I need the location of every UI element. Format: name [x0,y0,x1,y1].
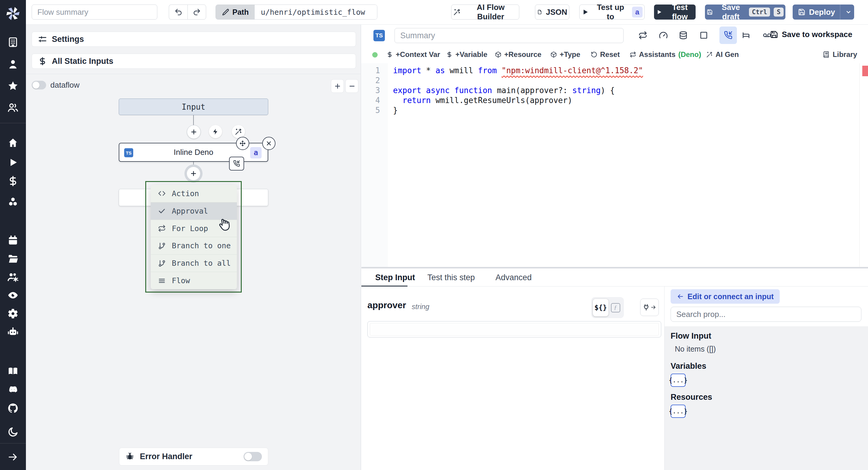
package-icon [495,51,501,58]
zoom-in-button[interactable] [331,79,344,93]
plus-icon [190,170,197,177]
sidebar-item-folders[interactable] [7,253,19,264]
menu-item-flow[interactable]: Flow [151,272,237,289]
test-up-to-step-badge: a [632,7,643,18]
toolbar-aigen-button[interactable]: AI Gen [706,46,739,63]
insert-step-menu: ActionApprovalFor LoopBranch to oneBranc… [151,185,237,289]
retries-button[interactable] [638,31,647,40]
fn-mode-button[interactable]: ƒ [609,303,622,312]
chevron-down-icon[interactable] [845,8,852,15]
sidebar-item-workers[interactable] [7,272,19,283]
path-button[interactable]: Path [216,5,255,19]
step-summary-input[interactable] [395,28,624,43]
save-to-workspace-button[interactable]: Save to workspace [770,30,852,39]
add-trigger-button[interactable] [209,125,222,138]
ai-suggest-button[interactable] [232,125,245,138]
edit-or-connect-button[interactable]: Edit or connect an input [671,289,780,304]
undo-redo-group [169,4,206,20]
tab-step-input[interactable]: Step Input [375,269,415,286]
toolbar-resource-button[interactable]: +Resource [495,46,541,63]
json-button[interactable]: JSON [535,4,569,20]
sidebar-item-docs[interactable] [7,366,19,377]
deploy-label: Deploy [809,7,835,17]
flow-summary-input[interactable] [32,4,157,20]
code-line[interactable]: 1import * as wmill from "npm:windmill-cl… [361,66,868,75]
sidebar-item-groups[interactable] [7,102,19,113]
sidebar-item-home[interactable] [7,137,19,149]
early-stop-button[interactable] [659,31,668,40]
all-static-inputs-button[interactable]: All Static Inputs [32,54,356,69]
resources-expand-chip[interactable]: {...} [671,405,686,418]
insert-step-button-active[interactable] [187,167,200,180]
toolbar-contextvar-button[interactable]: +Context Var [386,46,440,63]
menu-item-branch-to-all[interactable]: Branch to all [151,255,237,272]
code-line[interactable]: 4 return wmill.getResumeUrls(approver) [361,95,868,105]
tab-test-this-step[interactable]: Test this step [427,269,475,286]
sidebar-item-audit-logs[interactable] [7,289,19,301]
save-draft-button[interactable]: Save draft Ctrl S [705,4,785,20]
topbar: Path u/henri/optimistic_flow AI Flow Bui… [26,0,868,25]
typescript-badge: TS [373,30,385,41]
sidebar-item-workspace[interactable] [7,36,19,48]
sidebar-item-resources[interactable] [7,196,19,207]
wand-icon [235,128,242,135]
expr-mode-button[interactable]: ${} [593,299,609,316]
path-value[interactable]: u/henri/optimistic_flow [255,5,377,19]
sleep-button[interactable] [741,31,750,40]
sidebar-item-discord[interactable] [7,384,19,395]
sidebar-item-favorites[interactable] [7,80,19,92]
sidebar-item-schedules[interactable] [7,235,19,246]
toolbar-type-button[interactable]: +Type [550,46,580,63]
arrow-left-icon [677,293,684,300]
approver-input[interactable] [370,323,659,336]
ai-flow-builder-button[interactable]: AI Flow Builder [451,4,519,20]
code-line[interactable]: 2 [361,75,868,86]
typescript-badge: TS [124,148,133,157]
dataflow-toggle[interactable] [32,81,46,90]
sidebar-item-runs[interactable] [7,157,19,168]
suspend-approval-button[interactable] [719,27,737,44]
insert-step-button[interactable] [187,125,201,139]
sidebar-item-ai[interactable] [7,326,19,338]
suspend-badge[interactable] [229,157,244,170]
concurrency-button[interactable] [699,31,708,40]
test-up-to-label: Test up to [592,3,628,21]
search-prop-input[interactable] [671,307,861,322]
cache-button[interactable] [679,31,688,40]
toolbar-assistants-button[interactable]: Assistants(Deno) [629,46,701,63]
test-up-to-button[interactable]: Test up to a [579,4,645,20]
menu-item-action[interactable]: Action [151,185,237,202]
code-line[interactable]: 3export async function main(approver?: s… [361,86,868,95]
input-node[interactable]: Input [119,98,268,115]
error-handler-toggle[interactable] [244,452,262,461]
library-button[interactable]: Library [823,46,857,63]
code-line[interactable]: 5} [361,105,868,115]
menu-item-branch-to-one[interactable]: Branch to one [151,237,237,255]
code-editor[interactable]: 1import * as wmill from "npm:windmill-cl… [361,63,868,267]
toolbar-variable-button[interactable]: +Variable [446,46,487,63]
editor-header: TS Save to workspace [361,24,868,46]
move-node-button[interactable] [236,137,249,150]
deploy-button[interactable]: Deploy [793,4,854,20]
sidebar-item-instance-settings[interactable] [7,308,19,319]
redo-button[interactable] [187,4,206,20]
error-handler-card[interactable]: Error Handler [119,448,268,466]
toolbar-reset-button[interactable]: Reset [591,46,620,63]
sidebar-item-expand-sidebar[interactable] [7,451,19,463]
connect-input-button[interactable] [640,299,659,316]
sidebar-item-dark-mode[interactable] [7,426,19,438]
repeat-icon [629,51,636,58]
input-node-label: Input [182,102,205,112]
tab-advanced[interactable]: Advanced [495,269,532,286]
sidebar-item-github[interactable] [7,403,19,414]
delete-node-button[interactable] [262,137,276,150]
flow-settings-button[interactable]: Settings [32,32,356,47]
test-flow-button[interactable]: Test flow [654,4,695,20]
sidebar-item-user[interactable] [7,58,19,70]
zoom-out-button[interactable] [345,79,358,93]
undo-button[interactable] [169,4,187,20]
variables-expand-chip[interactable]: {...} [671,374,686,387]
sidebar-item-variables[interactable] [7,175,19,187]
windmill-logo[interactable] [4,5,22,20]
plug-icon [643,304,650,311]
